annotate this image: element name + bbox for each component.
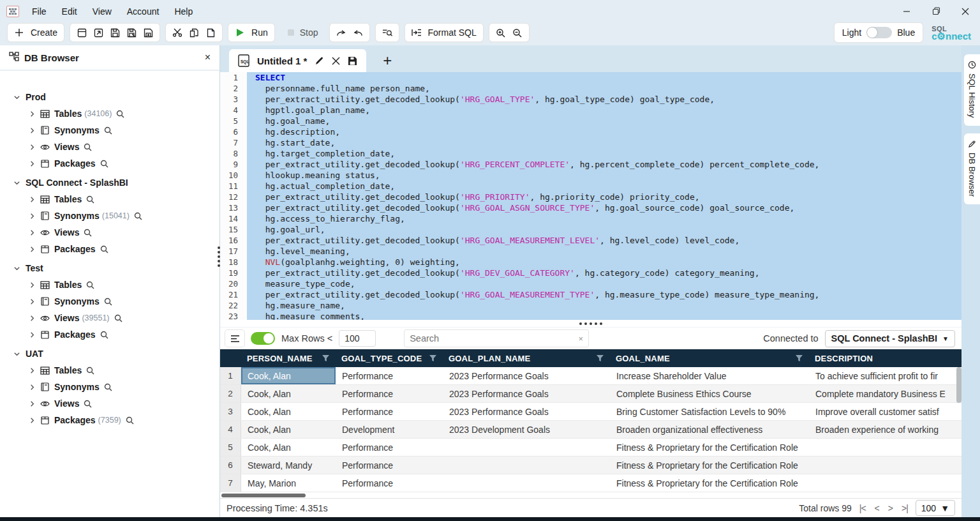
save-icon[interactable]	[110, 27, 120, 38]
search-icon[interactable]	[116, 110, 124, 118]
column-header-goal_plan_name[interactable]: GOAL_PLAN_NAME	[443, 349, 610, 367]
table-cell[interactable]: Increase Shareholder Value	[610, 367, 809, 384]
table-cell[interactable]	[443, 439, 610, 456]
table-row[interactable]: 2Cook, AlanPerformance2023 Performance G…	[220, 385, 961, 403]
column-header-description[interactable]: DESCRIPTION	[809, 349, 961, 367]
table-cell[interactable]: Fitness & Proprietary for the Certificat…	[610, 457, 809, 474]
tree-item-packages[interactable]: Packages	[0, 241, 219, 257]
save-tab-icon[interactable]	[348, 56, 357, 66]
menu-file[interactable]: File	[26, 4, 53, 19]
table-cell[interactable]: Development	[336, 421, 443, 438]
clear-search-icon[interactable]: ×	[579, 334, 584, 344]
table-cell[interactable]: Performance	[336, 367, 443, 384]
table-cell[interactable]: Fitness & Proprietary for the Certificat…	[610, 474, 809, 492]
stop-button[interactable]: Stop	[281, 24, 323, 42]
tree-item-tables[interactable]: Tables(34106)	[0, 105, 219, 122]
table-cell[interactable]: Performance	[336, 457, 443, 474]
menu-edit[interactable]: Edit	[56, 4, 84, 19]
tree-item-packages[interactable]: Packages(7359)	[0, 412, 219, 428]
filter-icon[interactable]	[322, 354, 329, 363]
page-size-select[interactable]: 100 ▼	[916, 500, 955, 516]
table-cell[interactable]: Cook, Alan	[241, 439, 336, 456]
search-icon[interactable]	[100, 245, 108, 253]
table-cell[interactable]: Fitness & Proprietary for the Certificat…	[610, 439, 809, 456]
rename-tab-icon[interactable]	[315, 56, 324, 66]
filter-icon[interactable]	[429, 354, 436, 363]
menu-view[interactable]: View	[86, 4, 118, 19]
search-icon[interactable]	[104, 383, 112, 391]
table-cell[interactable]: Improve overall customer satisf	[809, 403, 961, 420]
tree-item-views[interactable]: Views	[0, 139, 219, 155]
tree-item-synonyms[interactable]: Synonyms	[0, 122, 219, 139]
table-cell[interactable]: 2023 Development Goals	[443, 421, 610, 438]
last-page-button[interactable]: >|	[902, 503, 908, 513]
grid-vertical-scrollbar[interactable]	[956, 367, 961, 403]
table-cell[interactable]: Performance	[336, 474, 443, 492]
results-options-button[interactable]	[225, 330, 244, 347]
search-icon[interactable]	[100, 331, 108, 339]
table-cell[interactable]: Steward, Mandy	[241, 457, 336, 474]
new-tab-button[interactable]: +	[383, 52, 397, 72]
zoom-in-icon[interactable]	[496, 27, 506, 38]
tree-item-packages[interactable]: Packages	[0, 326, 219, 343]
search-icon[interactable]	[134, 212, 142, 220]
maximize-button[interactable]	[921, 0, 951, 22]
table-cell[interactable]	[443, 457, 610, 474]
connection-select[interactable]: SQL Connect - SplashBI ▼	[825, 330, 955, 347]
tree-item-tables[interactable]: Tables	[0, 362, 219, 379]
search-icon[interactable]	[84, 400, 92, 408]
tree-node-test[interactable]: Test	[0, 260, 219, 276]
sidebar-splitter-handle[interactable]	[218, 246, 222, 267]
table-cell[interactable]: Bring Customer Satisfaction Levels to 90…	[610, 403, 809, 420]
tree-node-prod[interactable]: Prod	[0, 89, 219, 105]
save-all-icon[interactable]	[143, 27, 153, 38]
menu-help[interactable]: Help	[168, 4, 199, 19]
table-cell[interactable]: 2023 Performance Goals	[443, 367, 610, 384]
tree-item-synonyms[interactable]: Synonyms	[0, 293, 219, 310]
tree-item-views[interactable]: Views(39551)	[0, 310, 219, 326]
table-row[interactable]: 4Cook, AlanDevelopment2023 Development G…	[220, 421, 961, 439]
table-cell[interactable]: May, Marion	[241, 474, 336, 492]
redo-icon[interactable]	[336, 27, 346, 38]
table-cell[interactable]: 2023 Performance Goals	[443, 403, 610, 420]
close-tab-icon[interactable]	[332, 57, 340, 65]
search-icon[interactable]	[114, 314, 122, 322]
table-cell[interactable]: Cook, Alan	[241, 367, 336, 384]
grid-horizontal-scrollbar[interactable]	[220, 492, 961, 498]
table-cell[interactable]: Cook, Alan	[241, 403, 336, 420]
sql-editor[interactable]: 1SELECT2 personname.full_name person_nam…	[220, 72, 961, 320]
cut-icon[interactable]	[172, 27, 182, 38]
run-button[interactable]: Run	[228, 24, 274, 42]
table-cell[interactable]: To achieve sufficient profit to fir	[809, 367, 961, 384]
tree-item-views[interactable]: Views	[0, 224, 219, 241]
search-icon[interactable]	[86, 366, 94, 375]
table-cell[interactable]: Cook, Alan	[241, 385, 336, 402]
max-rows-toggle[interactable]	[251, 332, 275, 345]
max-rows-input[interactable]	[339, 330, 376, 347]
next-page-button[interactable]: >	[888, 503, 893, 513]
minimize-button[interactable]	[892, 0, 921, 22]
search-icon[interactable]	[126, 416, 134, 425]
previous-page-button[interactable]: <	[875, 503, 879, 513]
save-as-icon[interactable]	[126, 27, 137, 38]
rail-tab-db-browser[interactable]: DB Browser	[964, 133, 980, 204]
h-scrollbar-thumb[interactable]	[221, 494, 306, 497]
tree-node-uat[interactable]: UAT	[0, 345, 219, 362]
table-cell[interactable]: Complete Business Ethics Course	[610, 385, 809, 402]
table-row[interactable]: 5Cook, AlanPerformanceFitness & Propriet…	[220, 439, 961, 457]
theme-toggle[interactable]: Light Blue	[835, 23, 923, 42]
table-cell[interactable]	[809, 439, 961, 456]
search-icon[interactable]	[84, 143, 92, 151]
table-cell[interactable]: Complete mandatory Business E	[809, 385, 961, 402]
table-cell[interactable]	[443, 474, 610, 492]
table-cell[interactable]: Broaden organizational effectiveness	[610, 421, 809, 438]
tree-item-tables[interactable]: Tables	[0, 191, 219, 208]
find-replace-button[interactable]	[376, 24, 399, 42]
tree-node-sql-connect-splashbi[interactable]: SQL Connect - SplashBI	[0, 174, 219, 191]
tree-item-tables[interactable]: Tables	[0, 276, 219, 293]
zoom-out-icon[interactable]	[512, 27, 523, 38]
close-window-button[interactable]	[951, 0, 980, 22]
table-cell[interactable]: Performance	[336, 385, 443, 402]
table-cell[interactable]: Performance	[336, 439, 443, 456]
table-row[interactable]: 3Cook, AlanPerformance2023 Performance G…	[220, 403, 961, 421]
